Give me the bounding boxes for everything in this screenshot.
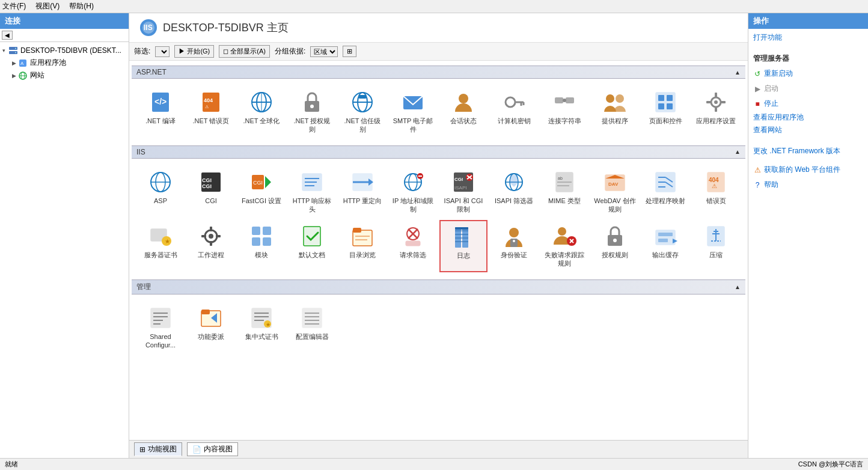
action-restart[interactable]: ↺ 重新启动 xyxy=(753,66,863,81)
menu-file[interactable]: 文件(F) xyxy=(2,1,26,11)
section-aspnet-collapse[interactable]: ▲ xyxy=(735,69,741,76)
svg-rect-118 xyxy=(455,227,468,230)
icon-smtp[interactable]: SMTP 电子邮件 xyxy=(389,86,437,138)
icon-dotnet-trust[interactable]: .NET 信任级别 xyxy=(338,86,387,138)
filter-showall-button[interactable]: ◻ 全部显示(A) xyxy=(219,45,270,58)
section-manage-label: 管理 xyxy=(136,282,151,292)
app-settings-label: 应用程序设置 xyxy=(696,117,736,125)
shared-config-icon xyxy=(148,306,173,330)
icon-output-cache[interactable]: 输出缓存 xyxy=(641,220,689,272)
icon-error-pages[interactable]: 404 ⚠ 错误页 xyxy=(692,166,740,218)
icon-asp[interactable]: ASP xyxy=(136,166,185,218)
restart-link[interactable]: 重新启动 xyxy=(764,67,793,80)
icon-req-filter[interactable]: 请求筛选 xyxy=(389,220,437,272)
icon-centralized-cert[interactable]: ★ 集中式证书 xyxy=(237,302,286,354)
icon-feature-delegate[interactable]: 功能委派 xyxy=(187,302,235,354)
group-select[interactable]: 区域 xyxy=(310,46,338,57)
filter-start-button[interactable]: ▶ 开始(G) xyxy=(174,45,214,58)
icon-cgi[interactable]: CGI CGI CGI xyxy=(187,166,235,218)
fastcgi-icon: CGI xyxy=(249,170,274,194)
icon-providers[interactable]: 提供程序 xyxy=(591,86,639,138)
section-iis-collapse[interactable]: ▲ xyxy=(735,148,741,155)
icon-shared-config[interactable]: Shared Configur... xyxy=(136,302,185,354)
svg-rect-41 xyxy=(667,95,673,101)
icon-handler-map[interactable]: 处理程序映射 xyxy=(641,166,689,218)
start-link[interactable]: 启动 xyxy=(764,82,778,95)
section-manage-collapse[interactable]: ▲ xyxy=(735,284,741,290)
svg-rect-49 xyxy=(721,101,726,103)
svg-point-98 xyxy=(209,234,213,239)
icon-dotnet-auth[interactable]: .NET 授权规则 xyxy=(288,86,336,138)
svg-point-2 xyxy=(15,48,16,49)
svg-rect-42 xyxy=(658,103,664,109)
filter-select[interactable] xyxy=(155,46,170,57)
svg-rect-99 xyxy=(210,227,212,231)
page-header: IIS DESKTOP-T5DIBVR 主页 xyxy=(129,13,748,43)
pages-controls-icon xyxy=(653,90,677,114)
icon-dotnet-global[interactable]: .NET 全球化 xyxy=(237,86,286,138)
svg-text:ab: ab xyxy=(558,176,563,180)
get-platform-link[interactable]: 获取新的 Web 平台组件 xyxy=(764,163,840,176)
centralized-cert-label: 集中式证书 xyxy=(245,332,278,341)
tab-content-view[interactable]: 📄 内容视图 xyxy=(187,442,238,456)
icon-worker-process[interactable]: 工作进程 xyxy=(187,220,235,272)
icon-default-doc[interactable]: 默认文档 xyxy=(288,220,336,272)
icon-session[interactable]: 会话状态 xyxy=(439,86,487,138)
output-cache-icon xyxy=(653,224,677,248)
req-filter-icon xyxy=(401,224,425,248)
tree-item-apppool[interactable]: ▶ A 应用程序池 xyxy=(2,56,126,69)
svg-text:CGI: CGI xyxy=(454,177,463,182)
group-icon-button[interactable]: ⊞ xyxy=(343,46,356,57)
icon-dotnet-compile[interactable]: </> .NET 编译 xyxy=(136,86,185,138)
icon-dir-browse[interactable]: 目录浏览 xyxy=(338,220,387,272)
menu-help[interactable]: 帮助(H) xyxy=(69,1,94,11)
tab-feature-view[interactable]: ⊞ 功能视图 xyxy=(134,442,182,456)
icon-webdav[interactable]: DAV WebDAV 创作规则 xyxy=(591,166,639,218)
svg-rect-40 xyxy=(658,95,664,101)
sidebar-back-button[interactable]: ◀ xyxy=(2,31,13,40)
tree-item-server[interactable]: ▾ DESKTOP-T5DIBVR (DESKT... xyxy=(2,44,126,56)
section-manage: 管理 ▲ xyxy=(132,279,745,295)
icon-machine-key[interactable]: 计算机密钥 xyxy=(490,86,538,138)
stop-link[interactable]: 停止 xyxy=(764,97,778,110)
svg-rect-133 xyxy=(658,233,673,236)
icon-pages-controls[interactable]: 页面和控件 xyxy=(641,86,689,138)
tree-item-sites[interactable]: ▶ 网站 xyxy=(2,69,126,82)
svg-point-45 xyxy=(714,100,718,104)
icon-http-response[interactable]: HTTP 响应标头 xyxy=(288,166,336,218)
view-app-pools-link[interactable]: 查看应用程序池 xyxy=(753,111,863,124)
icon-ip-restrict[interactable]: IP 地址和域限制 xyxy=(389,166,437,218)
icon-authz-rules[interactable]: 授权规则 xyxy=(591,220,639,272)
isapi-cgi-icon: CGI ISAPI xyxy=(451,170,475,194)
icon-app-settings[interactable]: 应用程序设置 xyxy=(692,86,740,138)
status-bar: 就绪 CSDN @刘焕平C语言 xyxy=(0,458,868,470)
open-feature-link[interactable]: 打开功能 xyxy=(753,31,863,44)
help-link[interactable]: 帮助 xyxy=(764,179,778,191)
action-get-platform[interactable]: ⚠ 获取新的 Web 平台组件 xyxy=(753,162,863,177)
icon-fastcgi[interactable]: CGI FastCGI 设置 xyxy=(237,166,286,218)
icon-auth[interactable]: 身份验证 xyxy=(490,220,538,272)
icon-isapi-filter[interactable]: ISAPI 筛选器 xyxy=(490,166,538,218)
icon-compress[interactable]: 压缩 xyxy=(692,220,740,272)
icon-mime[interactable]: ab MIME 类型 xyxy=(540,166,588,218)
icon-logging[interactable]: 日志 xyxy=(439,220,487,272)
icon-modules[interactable]: 模块 xyxy=(237,220,286,272)
menu-view[interactable]: 视图(V) xyxy=(35,1,60,11)
icon-config-editor[interactable]: 配置编辑器 xyxy=(288,302,336,354)
page-title: DESKTOP-T5DIBVR 主页 xyxy=(163,20,289,35)
action-stop[interactable]: ■ 停止 xyxy=(753,96,863,111)
view-sites-link[interactable]: 查看网站 xyxy=(753,124,863,136)
icon-failed-req[interactable]: 失败请求跟踪规则 xyxy=(540,220,588,272)
action-start[interactable]: ▶ 启动 xyxy=(753,81,863,96)
tab-feature-view-label: 功能视图 xyxy=(148,444,177,454)
svg-point-22 xyxy=(310,105,314,108)
svg-rect-105 xyxy=(252,237,260,246)
icon-isapi-cgi[interactable]: CGI ISAPI ISAPI 和 CGI 限制 xyxy=(439,166,487,218)
dotnet-error-icon: 404 ⚠ xyxy=(199,90,223,114)
icon-http-redirect[interactable]: HTTP 重定向 xyxy=(338,166,387,218)
icon-dotnet-error[interactable]: 404 ⚠ .NET 错误页 xyxy=(187,86,235,138)
icon-server-cert[interactable]: ★ 服务器证书 xyxy=(136,220,185,272)
action-help[interactable]: ? 帮助 xyxy=(753,177,863,192)
icon-conn-string[interactable]: 连接字符串 xyxy=(540,86,588,138)
change-dotnet-link[interactable]: 更改 .NET Framework 版本 xyxy=(753,145,863,157)
